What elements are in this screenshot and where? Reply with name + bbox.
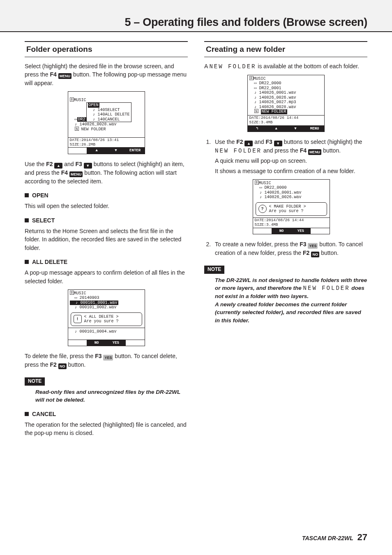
section-create-folder: Creating a new folder <box>204 41 367 57</box>
menu-button-icon: MENU <box>69 171 83 177</box>
question-icon: ? <box>258 205 267 213</box>
item-cancel: CANCEL <box>25 410 188 418</box>
up-icon: ▲ <box>244 141 253 146</box>
screenshot-make-folder: 🅁MUSIC ▭ DR22_0000 ♪ 140826_0001.wav ♪ 1… <box>253 179 330 234</box>
right-intro: A NEW FOLDER is available at the bottom … <box>204 62 367 71</box>
note-label: NOTE <box>25 377 45 385</box>
steps-list: Use the F2 ▲ and F3 ▼ buttons to select … <box>204 138 367 257</box>
section-folder-ops: Folder operations <box>25 41 188 57</box>
yes-button-icon: YES <box>308 243 318 249</box>
step-1: Use the F2 ▲ and F3 ▼ buttons to select … <box>212 138 367 234</box>
step-2: To create a new folder, press the F3 YES… <box>212 240 367 257</box>
column-right: Creating a new folder A NEW FOLDER is av… <box>204 41 367 530</box>
use-paragraph: Use the F2 ▲ and F3 ▼ buttons to select … <box>25 160 188 185</box>
footer-brand: TASCAM DR-22WL <box>302 535 353 541</box>
content: Folder operations Select (highlight) the… <box>25 41 367 530</box>
page-header-title: 5 – Operating files and folders (Browse … <box>125 16 367 31</box>
down-icon: ▼ <box>274 141 282 146</box>
item-select: SELECT <box>25 216 188 224</box>
menu-button-icon: MENU <box>58 73 72 79</box>
warning-icon: ! <box>74 315 82 323</box>
no-button-icon: NO <box>58 363 67 369</box>
item-all-delete: ALL DELETE <box>25 258 188 266</box>
page-footer: TASCAM DR-22WL 27 <box>302 532 367 543</box>
screenshot-all-delete: 🅁MUSIC ▭ 20140903 ♪ 000101_0001.wav ♪ 00… <box>68 289 145 346</box>
dialog-make-folder: ? < MAKE FOLDER > Are you sure ? <box>256 202 327 216</box>
note-body: Read-only files and unrecognized files b… <box>35 388 188 404</box>
dialog-all-delete: ! < ALL DELETE > Are you sure ? <box>71 312 142 326</box>
note-label: NOTE <box>204 266 224 273</box>
delete-paragraph: To delete the file, press the F3 YES but… <box>25 352 188 369</box>
page-header: 5 – Operating files and folders (Browse … <box>0 0 392 32</box>
item-open: OPEN <box>25 191 188 199</box>
down-icon: ▼ <box>84 163 92 169</box>
menu-button-icon: MENU <box>308 149 322 155</box>
yes-button-icon: YES <box>103 355 113 361</box>
screenshot-browse-popup: 🅁MUSIC ▭DR2OPEN ♪ 140SELECT ♪ 140ALL DEL… <box>68 91 145 154</box>
note-body-2: A newly created folder becomes the curre… <box>215 301 367 325</box>
screenshot-new-folder: 🅁MUSIC ▭ DR22_0000 ▭ DR22_0001 ♪ 140826_… <box>247 75 325 132</box>
page-number: 27 <box>357 532 367 542</box>
no-button-icon: NO <box>311 252 319 257</box>
intro-paragraph: Select (highlight) the desired file in t… <box>25 62 188 88</box>
column-left: Folder operations Select (highlight) the… <box>25 41 188 530</box>
up-icon: ▲ <box>54 163 62 169</box>
note-body-1: The DR-22WL is not designed to handle fo… <box>215 276 367 301</box>
